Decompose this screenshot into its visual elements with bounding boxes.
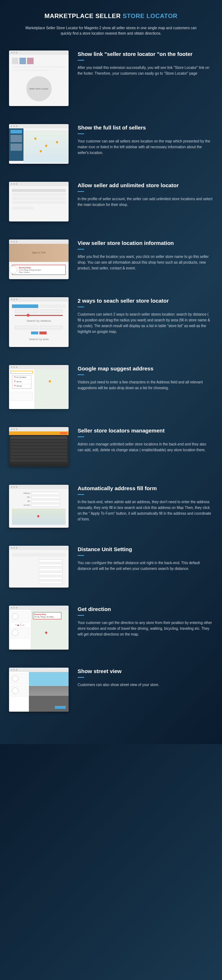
feature-desc: Your customer can see all sellers store … [78,138,213,156]
divider [78,191,84,192]
feature-row: Search by distanceSearch by area2 ways t… [9,297,213,347]
search-distance-label: Search by distance [12,319,66,323]
feature-text: Show street viewCustomers can also show … [78,668,213,688]
feature-text: Show the full list of sellersYour custom… [78,124,213,156]
feature-text: Show link "seller store locator "on the … [78,51,213,76]
divider [78,249,84,250]
feature-title: Get direction [78,606,213,613]
divider [78,374,84,375]
divider [78,134,84,134]
footer-link-circle: Seller Store Locator [26,76,52,101]
feature-text: View seller store location informationAf… [78,240,213,271]
search-area-label: Search by area [12,337,66,341]
suggest-item: 📍 Ha Noi [12,384,31,388]
divider [78,615,84,616]
divider [78,60,84,60]
feature-title: 2 ways to seach seller store locator [78,297,213,304]
feature-row: AddressCityZipCountryAutomatically addre… [9,485,213,528]
divider [78,436,84,437]
screenshot-search: Search by distanceSearch by area [9,297,69,347]
suggest-item: 📍 Ho Chi Minh [12,375,31,380]
feature-text: Distance Unit SettingYou can configure t… [78,546,213,572]
feature-title: Automatically address fill form [78,485,213,492]
feature-desc: Your customer can get the direction to a… [78,620,213,637]
feature-title: View seller store location information [78,240,213,247]
divider [78,307,84,307]
screenshot-map-list [9,124,69,164]
feature-desc: In the back-end, when admin add an addre… [78,499,213,522]
divider [78,555,84,556]
screenshot-form-map: AddressCityZipCountry [9,485,69,528]
page-title: MARKETPLACE SELLER STORE LOCATOR [9,13,213,20]
feature-text: Automatically address fill formIn the ba… [78,485,213,522]
feature-row: ✈ 🚗 🚶 🚲Seoving Shop19 Cao Thang, Da Nang… [9,606,213,650]
screenshot-suggest: 📍 Ho Chi Minh📍 Hoi An📍 Ha Noi [9,365,69,409]
screenshot-footer: Seller Store Locator [9,51,69,106]
divider [78,677,84,678]
feature-desc: You can configure the default distance u… [78,560,213,572]
feature-text: Allow seller add unlimited store locator… [78,182,213,208]
feature-title: Allow seller add unlimited store locator [78,182,213,189]
screenshot-direction: ✈ 🚗 🚶 🚲Seoving Shop19 Cao Thang, Da Nang [9,606,69,650]
feature-title: Distance Unit Setting [78,546,213,553]
screenshot-table [9,182,69,221]
feature-row: 📍 Ho Chi Minh📍 Hoi An📍 Ha NoiGoogle map … [9,365,213,409]
feature-text: 2 ways to seach seller store locatorCust… [78,297,213,335]
feature-title: Show the full list of sellers [78,124,213,131]
feature-desc: Customers can also show street view of y… [78,682,213,688]
screenshot-street [9,668,69,712]
title-prefix: MARKETPLACE SELLER [45,13,122,19]
feature-desc: In the profile of seller account, the se… [78,196,213,208]
feature-desc: Visitors just need to enter a few charac… [78,379,213,391]
page-subtitle: Marketplace Seller Store Locator for Mag… [24,25,198,36]
feature-row: Distance Unit SettingYou can configure t… [9,546,213,587]
feature-desc: Admin can manage unlimited seller store … [78,441,213,453]
feature-desc: Customers can select 2 ways to search se… [78,312,213,335]
feature-row: Sale of 70%Seoving Shop19 Cao Thang, Da … [9,240,213,279]
suggest-item: 📍 Hoi An [12,380,31,384]
feature-text: Seller store locators managementAdmin ca… [78,427,213,453]
feature-row: Seller Store LocatorShow link "seller st… [9,51,213,106]
feature-row: Show the full list of sellersYour custom… [9,124,213,164]
feature-text: Google map suggest addressVisitors just … [78,365,213,391]
screenshot-config [9,546,69,587]
screenshot-popup: Sale of 70%Seoving Shop19 Cao Thang, Da … [9,240,69,279]
screenshot-admin [9,427,69,467]
feature-row: Show street viewCustomers can also show … [9,668,213,712]
feature-desc: After you install this extension success… [78,65,213,76]
feature-row: Allow seller add unlimited store locator… [9,182,213,221]
feature-title: Seller store locators management [78,427,213,434]
feature-text: Get directionYour customer can get the d… [78,606,213,637]
feature-desc: After you find the location you want, yo… [78,254,213,271]
feature-title: Show street view [78,668,213,675]
title-highlight: STORE LOCATOR [123,13,177,19]
feature-title: Google map suggest address [78,365,213,372]
divider [78,494,84,495]
feature-title: Show link "seller store locator "on the … [78,51,213,58]
feature-row: Seller store locators managementAdmin ca… [9,427,213,467]
